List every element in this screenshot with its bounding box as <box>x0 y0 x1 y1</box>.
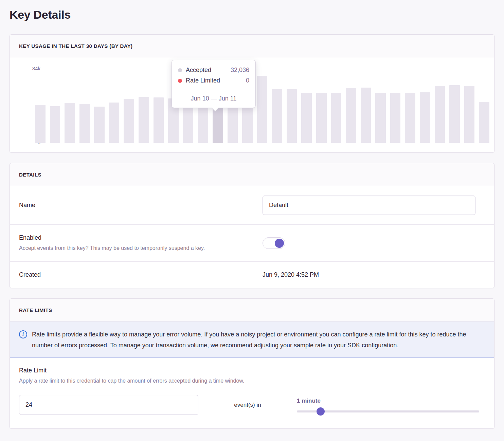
enabled-label: Enabled <box>19 234 252 241</box>
chart-bar[interactable] <box>50 106 60 143</box>
window-slider-group: 1 minute <box>297 398 479 412</box>
usage-panel-header: KEY USAGE IN THE LAST 30 DAYS (BY DAY) <box>10 35 494 57</box>
series-dot-icon <box>178 68 182 72</box>
chart-bar[interactable] <box>287 89 297 143</box>
rate-limit-count-input[interactable] <box>19 395 198 415</box>
window-slider-track[interactable] <box>297 410 479 412</box>
series-label: Accepted <box>186 67 211 74</box>
tooltip-row: Accepted32,036 <box>178 65 249 75</box>
rate-limits-panel-header: RATE LIMITS <box>10 299 494 321</box>
usage-bars <box>35 69 489 143</box>
rate-limit-controls: event(s) in 1 minute <box>19 395 479 415</box>
rate-limit-field: Rate Limit Apply a rate limit to this cr… <box>10 358 494 428</box>
details-panel: DETAILS Name Enabled Accept events from … <box>10 163 494 288</box>
name-label: Name <box>19 202 252 209</box>
chart-bar[interactable] <box>257 76 268 143</box>
chart-bar[interactable] <box>154 97 164 143</box>
rate-limits-panel: RATE LIMITS i Rate limits provide a flex… <box>10 298 494 429</box>
toggle-knob-icon <box>275 239 284 248</box>
series-label: Rate Limited <box>186 77 220 84</box>
series-value: 0 <box>246 77 249 84</box>
chart-bar[interactable] <box>35 105 46 143</box>
chart-bar[interactable] <box>301 93 312 143</box>
created-label: Created <box>19 271 252 278</box>
chart-bar[interactable] <box>464 86 475 143</box>
created-row: Created Jun 9, 2020 4:52 PM <box>10 262 494 288</box>
window-slider-thumb[interactable] <box>317 407 325 416</box>
chart-bar[interactable] <box>79 104 90 143</box>
info-circle-icon: i <box>19 330 27 338</box>
chart-bar[interactable] <box>346 88 356 143</box>
rate-limits-info-alert: i Rate limits provide a flexible way to … <box>10 321 494 358</box>
chart-bar[interactable] <box>331 93 342 143</box>
chart-bar[interactable] <box>479 102 489 143</box>
tooltip-row: Rate Limited0 <box>178 75 249 86</box>
chart-bar[interactable] <box>94 107 105 143</box>
series-value: 32,036 <box>231 67 249 74</box>
tooltip-body: Accepted32,036Rate Limited0 <box>172 60 255 90</box>
tooltip-date-range: Jun 10 — Jun 11 <box>172 90 255 108</box>
chart-bar[interactable] <box>316 93 327 143</box>
chart-bar[interactable] <box>65 103 75 143</box>
created-value: Jun 9, 2020 4:52 PM <box>263 271 319 278</box>
chart-bar[interactable] <box>361 88 371 143</box>
usage-panel: KEY USAGE IN THE LAST 30 DAYS (BY DAY) 3… <box>10 34 494 153</box>
name-input[interactable] <box>263 196 475 215</box>
chart-bar[interactable] <box>109 103 120 143</box>
chart-bar[interactable] <box>405 93 415 143</box>
chart-tooltip: Accepted32,036Rate Limited0 Jun 10 — Jun… <box>172 60 256 108</box>
chart-bar[interactable] <box>272 89 282 143</box>
enabled-row: Enabled Accept events from this key? Thi… <box>10 225 494 262</box>
page-title: Key Details <box>10 8 494 21</box>
chart-bar[interactable] <box>375 93 386 143</box>
details-panel-header: DETAILS <box>10 163 494 186</box>
chart-bar[interactable] <box>390 93 401 143</box>
enabled-toggle[interactable] <box>263 237 285 249</box>
series-dot-icon <box>178 79 182 83</box>
chart-bar[interactable] <box>420 92 430 143</box>
usage-chart: 34k 0 Accepted32,036Rate Limited0 Jun 10… <box>10 57 494 152</box>
chart-bar[interactable] <box>124 99 134 143</box>
rate-limit-help: Apply a rate limit to this credential to… <box>19 377 479 385</box>
window-value-label: 1 minute <box>297 398 479 404</box>
alert-text: Rate limits provide a flexible way to ma… <box>32 329 470 351</box>
rate-limit-label: Rate Limit <box>19 367 479 374</box>
chart-bar[interactable] <box>435 86 445 143</box>
chart-bar[interactable] <box>139 97 149 143</box>
enabled-help: Accept events from this key? This may be… <box>19 244 252 252</box>
events-in-label: event(s) in <box>198 402 297 408</box>
chart-bar[interactable] <box>449 85 460 143</box>
name-row: Name <box>10 186 494 225</box>
